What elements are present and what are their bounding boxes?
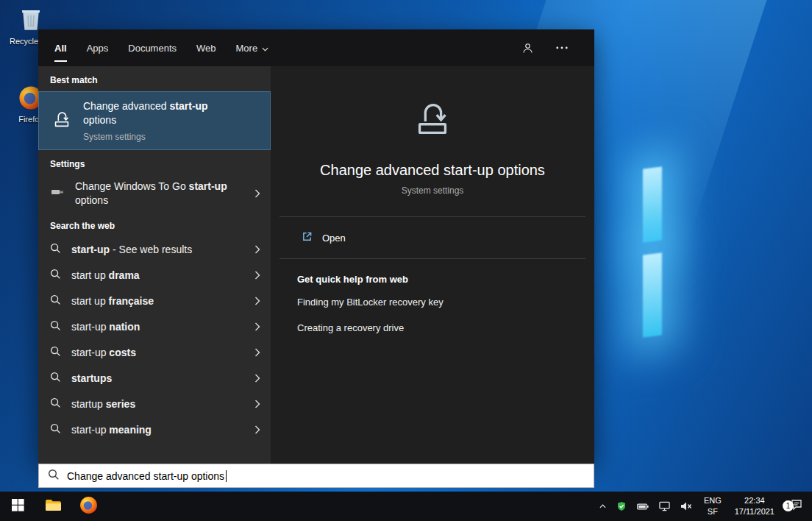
text-segment: options bbox=[83, 114, 116, 126]
tab-documents[interactable]: Documents bbox=[128, 29, 177, 66]
help-link[interactable]: Creating a recovery drive bbox=[297, 315, 580, 341]
clock-date: 17/11/2021 bbox=[735, 506, 774, 517]
search-icon bbox=[50, 346, 61, 359]
tab-label: Web bbox=[196, 43, 216, 54]
text-segment: start-up bbox=[170, 100, 208, 112]
chevron-right-icon bbox=[254, 322, 260, 331]
system-tray: ENG SF 22:34 17/11/2021 1 bbox=[594, 492, 812, 521]
advanced-startup-icon bbox=[51, 108, 73, 133]
action-center-button[interactable]: 1 bbox=[781, 499, 812, 514]
advanced-startup-icon bbox=[410, 96, 455, 144]
web-suggestion[interactable]: startups bbox=[38, 366, 271, 391]
file-explorer-icon bbox=[45, 498, 62, 515]
file-explorer-button[interactable] bbox=[35, 492, 71, 521]
tab-web[interactable]: Web bbox=[196, 29, 216, 66]
web-suggestion[interactable]: start up drama bbox=[38, 263, 271, 288]
language-indicator[interactable]: ENG SF bbox=[697, 492, 728, 521]
text-segment: start up bbox=[71, 269, 109, 281]
search-icon bbox=[50, 320, 61, 333]
help-header: Get quick help from web bbox=[297, 274, 580, 289]
text-segment: startup bbox=[71, 398, 106, 410]
text-segment: drama bbox=[109, 269, 140, 281]
text-segment: Change advanced bbox=[83, 100, 170, 112]
search-flyout: All Apps Documents Web More bbox=[38, 29, 594, 464]
text-segment: meaning bbox=[109, 424, 152, 436]
suggestion-text: start-up - See web results bbox=[71, 243, 192, 257]
search-icon bbox=[48, 469, 60, 483]
keyboard-layout: SF bbox=[708, 506, 718, 517]
clock-time: 22:34 bbox=[744, 495, 765, 506]
text-segment: française bbox=[109, 295, 154, 307]
firefox-button[interactable] bbox=[71, 492, 106, 521]
volume-muted-icon[interactable] bbox=[675, 492, 697, 521]
notification-badge: 1 bbox=[783, 500, 794, 511]
preview-subtitle: System settings bbox=[271, 185, 594, 196]
chevron-right-icon bbox=[254, 400, 260, 408]
text-segment: startups bbox=[71, 372, 112, 384]
user-account-icon[interactable] bbox=[521, 42, 534, 54]
text-segment: costs bbox=[109, 347, 136, 358]
tab-apps[interactable]: Apps bbox=[87, 29, 109, 66]
best-match-subtitle: System settings bbox=[83, 132, 238, 142]
web-suggestion[interactable]: start-up costs bbox=[38, 340, 271, 366]
network-icon[interactable] bbox=[654, 492, 675, 521]
search-icon bbox=[50, 397, 61, 411]
chevron-right-icon bbox=[254, 271, 260, 280]
clock[interactable]: 22:34 17/11/2021 bbox=[728, 492, 781, 521]
tab-all[interactable]: All bbox=[54, 29, 67, 66]
text-segment: nation bbox=[109, 321, 140, 333]
web-suggestion[interactable]: start-up meaning bbox=[38, 417, 271, 443]
windows-security-icon[interactable] bbox=[611, 492, 632, 521]
settings-result-text: Change Windows To Go start-up options bbox=[75, 180, 231, 208]
text-segment: options bbox=[75, 194, 108, 206]
search-icon bbox=[50, 243, 61, 256]
tab-label: More bbox=[236, 43, 258, 54]
suggestion-text: start up drama bbox=[71, 269, 140, 283]
text-segment: series bbox=[106, 398, 135, 410]
web-help-section: Get quick help from web Finding my BitLo… bbox=[271, 259, 594, 341]
suggestion-text: startups bbox=[71, 372, 112, 386]
windows-logo-icon bbox=[12, 499, 24, 514]
web-suggestion[interactable]: start-up nation bbox=[38, 314, 271, 340]
search-icon bbox=[50, 372, 61, 385]
preview-header: Change advanced start-up options System … bbox=[271, 66, 594, 196]
chevron-right-icon bbox=[254, 189, 260, 198]
language-code: ENG bbox=[704, 495, 722, 506]
open-icon bbox=[302, 231, 313, 244]
tab-more[interactable]: More bbox=[236, 29, 269, 66]
best-match-text: Change advanced start-up options System … bbox=[83, 99, 238, 143]
chevron-down-icon bbox=[262, 43, 268, 54]
start-button[interactable] bbox=[0, 492, 35, 521]
web-search-header: Search the web bbox=[38, 212, 271, 237]
ellipsis-icon[interactable] bbox=[556, 46, 568, 49]
preview-title: Change advanced start-up options bbox=[271, 162, 594, 179]
web-suggestion[interactable]: start up française bbox=[38, 288, 271, 314]
battery-icon[interactable] bbox=[632, 492, 654, 521]
search-tabs-bar: All Apps Documents Web More bbox=[38, 29, 594, 66]
taskbar: ENG SF 22:34 17/11/2021 1 bbox=[0, 492, 812, 521]
web-suggestion[interactable]: start-up - See web results bbox=[38, 237, 271, 263]
text-segment: start-up bbox=[71, 321, 109, 333]
text-caret bbox=[226, 470, 227, 482]
chevron-right-icon bbox=[254, 297, 260, 305]
help-link[interactable]: Finding my BitLocker recovery key bbox=[297, 289, 580, 315]
settings-result[interactable]: Change Windows To Go start-up options bbox=[38, 175, 271, 212]
search-icon bbox=[50, 294, 61, 308]
hidden-icons-chevron[interactable] bbox=[594, 492, 611, 521]
text-segment: - See web results bbox=[110, 244, 192, 255]
search-query-text: Change advanced start-up options bbox=[67, 470, 224, 482]
best-match-result[interactable]: Change advanced start-up options System … bbox=[38, 91, 271, 150]
open-action[interactable]: Open bbox=[271, 217, 594, 258]
suggestion-text: start up française bbox=[71, 294, 154, 308]
web-suggestion[interactable]: startup series bbox=[38, 391, 271, 417]
search-input[interactable]: Change advanced start-up options bbox=[38, 464, 594, 488]
suggestion-text: startup series bbox=[71, 397, 135, 411]
result-preview-pane: Change advanced start-up options System … bbox=[271, 66, 594, 464]
chevron-right-icon bbox=[254, 374, 260, 383]
suggestion-text: start-up nation bbox=[71, 320, 140, 334]
tab-label: Documents bbox=[128, 43, 177, 54]
text-segment: start-up bbox=[71, 347, 109, 358]
text-segment: start up bbox=[71, 295, 109, 307]
settings-header: Settings bbox=[38, 150, 271, 175]
open-label: Open bbox=[322, 233, 346, 244]
